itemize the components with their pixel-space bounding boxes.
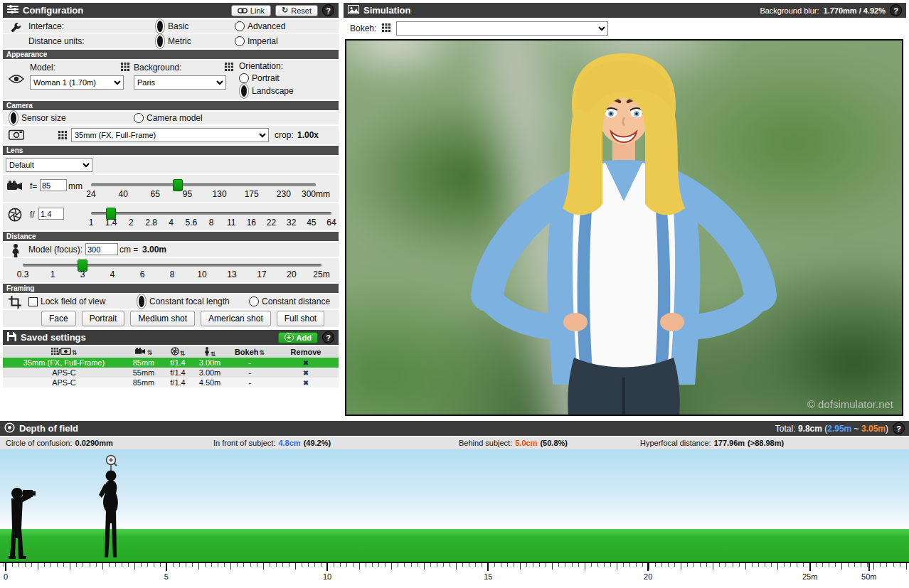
focal-length-input[interactable] — [40, 179, 67, 191]
shot-button-portrait[interactable]: Portrait — [82, 311, 125, 326]
saved-setting-row[interactable]: APS-C85mmf/1.44.50m-✖ — [3, 378, 339, 387]
focal-length-slider[interactable] — [91, 183, 316, 186]
bokeh-gallery-button[interactable] — [382, 23, 390, 34]
dof-stats-bar: Circle of confusion:0.0290mm In front of… — [0, 437, 909, 449]
shot-button-medium-shot[interactable]: Medium shot — [130, 311, 195, 326]
focus-distance-input[interactable] — [85, 243, 118, 255]
focus-unit: cm = — [119, 245, 138, 255]
saved-aperture: f/1.4 — [162, 378, 193, 387]
interface-option-advanced[interactable]: Advanced — [235, 19, 285, 33]
remove-saved-setting-button[interactable]: ✖ — [273, 358, 339, 368]
subject-marker[interactable] — [95, 454, 127, 562]
model-gallery-button[interactable] — [121, 63, 129, 73]
saved-settings-header: Saved settings + Add ? — [3, 330, 339, 345]
saved-setting-row[interactable]: APS-C55mmf/1.43.00m-✖ — [3, 368, 339, 378]
focal-tick-label: 130 — [213, 189, 227, 199]
dof-title: Depth of field — [19, 423, 78, 434]
focal-tick-label: 230 — [277, 189, 291, 199]
ruler-label: 5 — [164, 572, 169, 581]
aperture-tick-label: 11 — [227, 218, 235, 228]
sort-icon[interactable]: ⇅ — [147, 349, 153, 356]
saved-aperture: f/1.4 — [162, 368, 193, 378]
distance-tick-label: 1 — [51, 269, 55, 279]
sort-icon[interactable]: ⇅ — [211, 351, 216, 358]
interface-option-basic[interactable]: Basic — [155, 19, 188, 33]
orientation-option-portrait[interactable]: Portrait — [239, 73, 280, 84]
sort-icon[interactable]: ⇅ — [180, 350, 186, 357]
units-option-metric[interactable]: Metric — [155, 34, 191, 48]
orientation-option-landscape[interactable]: Landscape — [239, 85, 294, 97]
crop-icon — [9, 296, 21, 311]
sensor-gallery-button[interactable] — [58, 131, 67, 141]
sensor-select[interactable]: 35mm (FX, Full-Frame) — [71, 128, 269, 142]
camera-mode-camera-model[interactable]: Camera model — [134, 112, 203, 124]
framing-mode-row: Lock field of view Constant focal length… — [3, 294, 339, 309]
aperture-tick-labels: 11.422.845.68111622324564 — [91, 218, 331, 228]
framing-constant-focal-length[interactable]: Constant focal length — [137, 294, 230, 309]
saved-distance: 4.50m — [193, 378, 226, 387]
ruler-label: 20 — [644, 572, 652, 581]
remove-saved-setting-button[interactable]: ✖ — [273, 378, 339, 387]
depth-of-field-panel: Depth of field Total: 9.8cm (2.95m ~ 3.0… — [0, 421, 909, 588]
aperture-input[interactable] — [38, 208, 64, 220]
background-select[interactable]: Paris — [134, 75, 226, 90]
focal-tick-label: 65 — [151, 189, 160, 199]
config-help-button[interactable]: ? — [322, 4, 334, 16]
appearance-body: Model: Woman 1 (1.70m) Background: Paris… — [3, 60, 339, 100]
add-saved-setting-button[interactable]: + Add — [278, 332, 318, 343]
sort-icon[interactable]: ⇅ — [260, 349, 265, 356]
saved-focal: 55mm — [125, 368, 162, 378]
aperture-tick-label: 32 — [287, 218, 296, 228]
distance-tick-label: 4 — [110, 269, 115, 279]
eye-icon — [9, 74, 24, 86]
link-button[interactable]: Link — [231, 5, 271, 16]
aperture-prefix: f/ — [30, 210, 35, 220]
background-blur-value: 1.770mm / 4.92% — [824, 6, 886, 15]
column-bokeh: Bokeh⇅ — [226, 346, 273, 358]
reset-icon: ↻ — [282, 6, 288, 15]
sort-icon[interactable]: ⇅ — [72, 349, 78, 356]
saved-setting-row[interactable]: 35mm (FX, Full-Frame)85mmf/1.43.00m-✖ — [3, 358, 339, 368]
configuration-panel: Configuration Link ↻ Reset ? Interface: … — [3, 3, 339, 417]
lock-field-of-view-checkbox[interactable]: Lock field of view — [28, 294, 105, 309]
saved-settings-help-button[interactable]: ? — [322, 331, 334, 343]
dof-help-button[interactable]: ? — [893, 422, 905, 434]
units-row: Distance units: Metric Imperial — [3, 34, 339, 48]
saved-focal: 85mm — [125, 358, 162, 368]
saved-settings-title: Saved settings — [21, 332, 86, 343]
behind-subject-stat: Behind subject:5.0cm(50.8%) — [459, 437, 568, 449]
simulation-title: Simulation — [363, 5, 410, 16]
dof-scene — [0, 449, 909, 562]
camera-mode-sensor-size[interactable]: Sensor size — [9, 112, 66, 124]
lens-section-bar: Lens — [3, 146, 339, 155]
units-option-imperial[interactable]: Imperial — [235, 34, 278, 48]
ruler-major-tick — [868, 563, 870, 571]
aperture-icon — [171, 348, 179, 357]
lens-preset-select[interactable]: Default — [6, 158, 92, 172]
distance-slider[interactable] — [23, 264, 321, 267]
shot-button-american-shot[interactable]: American shot — [201, 311, 271, 326]
aperture-tick-label: 1 — [89, 218, 94, 228]
saved-distance: 3.00m — [193, 358, 226, 368]
framing-constant-distance[interactable]: Constant distance — [249, 294, 330, 309]
remove-saved-setting-button[interactable]: ✖ — [273, 368, 339, 378]
shot-button-face[interactable]: Face — [41, 311, 76, 326]
aperture-row: f/ 11.422.845.68111622324564 — [3, 203, 339, 230]
shot-button-full-shot[interactable]: Full shot — [277, 311, 324, 326]
simulation-help-button[interactable]: ? — [890, 4, 902, 16]
aperture-slider[interactable] — [91, 212, 331, 215]
background-gallery-button[interactable] — [225, 63, 233, 73]
simulation-preview: © dofsimulator.net — [345, 39, 903, 416]
ground — [0, 529, 909, 562]
model-select[interactable]: Woman 1 (1.70m) — [30, 75, 124, 90]
bokeh-select[interactable] — [396, 21, 608, 36]
appearance-section-bar: Appearance — [3, 50, 339, 59]
camera-body-icon — [60, 348, 71, 356]
reset-button[interactable]: ↻ Reset — [275, 5, 318, 16]
configuration-header: Configuration Link ↻ Reset ? — [3, 3, 339, 18]
distance-tick-label: 0.3 — [17, 269, 29, 279]
plus-icon: + — [285, 333, 294, 342]
column-aperture: ⇅ — [162, 346, 193, 358]
radio-icon — [235, 21, 245, 31]
ruler-meter-ticks — [0, 563, 909, 570]
